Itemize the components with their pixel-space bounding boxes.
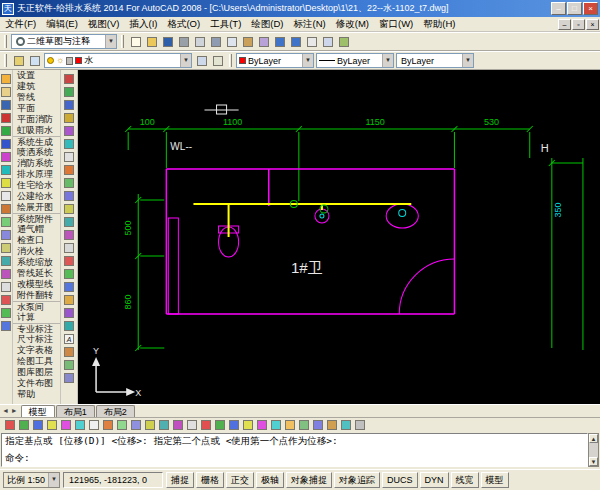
status-toggle[interactable]: DYN [420,472,449,488]
layout-tab[interactable]: 布局1 [56,405,95,417]
trim-tool-icon[interactable] [0,294,12,306]
match-properties-icon[interactable] [256,34,271,49]
annotation-tool-icon[interactable] [0,164,12,176]
fillet-icon[interactable] [255,419,268,432]
menu-item[interactable]: 帮助(H) [418,18,460,31]
properties-icon[interactable] [336,34,351,49]
linetype-control[interactable]: ByLayer ▼ [316,53,394,68]
sidebar-item[interactable]: 消火栓 [13,246,60,257]
left-dimension[interactable]: 500 860 [123,194,164,351]
sidebar-item[interactable]: 平面 [13,103,60,114]
menu-item[interactable]: 修改(M) [331,18,374,31]
move-tool-icon[interactable] [0,242,12,254]
region-icon[interactable] [297,419,310,432]
status-toggle[interactable]: 极轴 [256,472,284,488]
lineweight-control[interactable]: ByLayer ▼ [396,53,474,68]
rotate-tool-icon[interactable] [0,255,12,267]
draw-circle-icon[interactable] [31,419,44,432]
array-icon[interactable] [129,419,142,432]
menu-item[interactable]: 工具(T) [205,18,246,31]
layout-tab[interactable]: 布局2 [96,405,135,417]
sidebar-item[interactable]: 排水原理 [13,169,60,180]
sidebar-item[interactable]: 管线延长 [13,268,60,279]
mirror-tool-icon[interactable] [0,268,12,280]
pan-icon[interactable] [304,34,319,49]
join-tool-icon[interactable] [63,268,75,280]
pipe-tool-icon[interactable] [0,112,12,124]
measure-tool-icon[interactable] [63,320,75,332]
dim-label[interactable]: 1150 [365,117,384,127]
sidebar-item[interactable]: 绘展开图 [13,202,60,213]
status-toggle[interactable]: 模型 [481,472,509,488]
pipe-edit-icon[interactable] [63,151,75,163]
menu-item[interactable]: 文件(F) [0,18,41,31]
image-tool-icon[interactable] [63,359,75,371]
redo-icon[interactable] [288,34,303,49]
room-label[interactable]: 1#卫 [291,259,323,276]
drawing-canvas[interactable]: 100 1100 1150 530 [78,70,600,404]
riser-tool-icon[interactable] [0,151,12,163]
status-toggle[interactable]: 栅格 [196,472,224,488]
block-tool-icon[interactable] [0,203,12,215]
command-window[interactable]: 指定基点或 [位移(D)] <位移>: 指定第二个点或 <使用第一个点作为位移>… [0,432,600,469]
layer-tool-icon[interactable] [0,216,12,228]
sidebar-item[interactable]: 消防系统 [13,158,60,169]
door-arc[interactable] [399,259,454,314]
layer-isolate-icon[interactable] [210,53,225,68]
menu-item[interactable]: 窗口(W) [374,18,418,31]
status-toggle[interactable]: 对象追踪 [334,472,380,488]
dim-label[interactable]: 100 [140,117,155,127]
insert-block-icon[interactable] [325,419,338,432]
command-text-area[interactable]: 指定基点或 [位移(D)] <位移>: 指定第二个点或 <使用第一个点作为位移>… [1,433,588,467]
wl-label[interactable]: WL-- [170,141,192,152]
fixture-insert-icon[interactable] [63,177,75,189]
align-tool-icon[interactable] [63,281,75,293]
layer-properties-icon[interactable] [11,53,26,68]
help-tool-icon[interactable] [63,372,75,384]
sidebar-item[interactable]: 检查口 [13,235,60,246]
scale-selector[interactable]: 比例 1:50 ▼ [3,472,60,488]
layer-previous-icon[interactable] [194,53,209,68]
menu-item[interactable]: 标注(N) [289,18,331,31]
status-toggle[interactable]: 对象捕捉 [286,472,332,488]
scale-tool-icon[interactable] [63,294,75,306]
sidebar-item[interactable]: 住宅给水 [13,180,60,191]
layout-tab[interactable]: 模型 [21,405,55,417]
break-icon[interactable] [227,419,240,432]
save-drawing-icon[interactable] [0,99,12,111]
sidebar-item[interactable]: 附件翻转 [13,290,60,301]
open-drawing-icon[interactable] [0,86,12,98]
draw-pline-icon[interactable] [17,419,30,432]
tab-nav-icons[interactable]: ◄ ► [2,405,18,417]
text-tool-icon[interactable]: A [63,333,75,345]
make-object-layer-current-icon[interactable] [27,53,42,68]
erase-icon[interactable] [73,419,86,432]
move-icon[interactable] [143,419,156,432]
room-outline[interactable] [166,169,454,314]
dim-label[interactable]: 860 [123,294,133,309]
dim-label[interactable]: 530 [484,117,499,127]
save-icon[interactable] [160,34,175,49]
paste-icon[interactable] [240,34,255,49]
undo-icon[interactable] [272,34,287,49]
chamfer-icon[interactable] [241,419,254,432]
sidebar-item[interactable]: 绘图工具 [13,356,60,367]
sidebar-item[interactable]: 改模型线 [13,279,60,290]
copy-obj-icon[interactable] [87,419,100,432]
sidebar-item[interactable]: 虹吸雨水 [13,125,60,136]
menu-item[interactable]: 绘图(D) [246,18,288,31]
sidebar-item[interactable]: 管线 [13,92,60,103]
new-project-icon[interactable] [0,73,12,85]
array-tool-icon[interactable] [63,307,75,319]
open-icon[interactable] [144,34,159,49]
layer-control[interactable]: ☼ 水 ▼ [44,53,192,68]
sidebar-item[interactable]: 公建给水 [13,191,60,202]
close-button[interactable]: × [583,2,598,15]
sidebar-item[interactable]: 系统缩放 [13,257,60,268]
sidebar-item[interactable]: 水泵间 [13,301,60,312]
block-icon[interactable] [311,419,324,432]
offset-icon[interactable] [115,419,128,432]
explode-icon[interactable] [269,419,282,432]
command-scrollbar[interactable]: ▲ ▼ [588,433,599,467]
top-dimension[interactable]: 100 1100 1150 530 [125,117,533,201]
